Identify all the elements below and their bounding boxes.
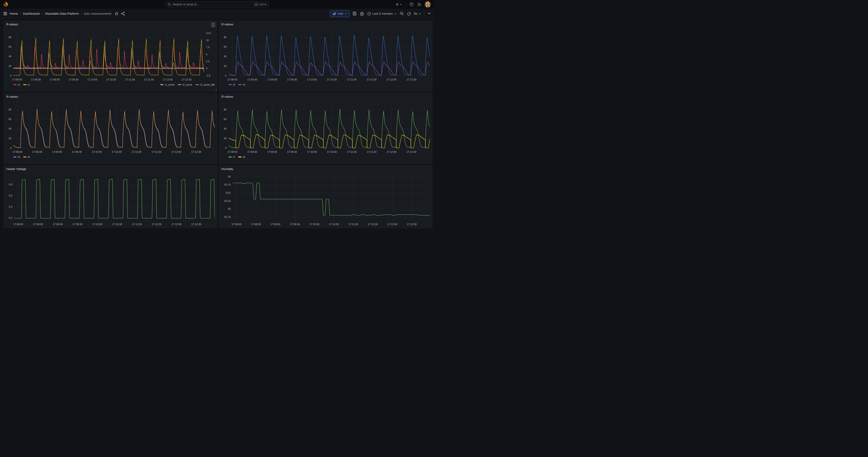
legend-label: r3	[233, 83, 235, 86]
help-button[interactable]	[410, 2, 413, 6]
y-axis-tick: 20	[219, 65, 227, 67]
user-avatar[interactable]	[425, 1, 431, 7]
panel-legend: humidity	[233, 228, 430, 228]
save-icon	[353, 12, 356, 16]
collapse-toolbar-button[interactable]	[428, 12, 431, 15]
legend-item-r1[interactable]: r1	[13, 83, 20, 86]
x-axis-tick: 17:08:30	[30, 150, 44, 153]
breadcrumb-home[interactable]: Home	[9, 12, 18, 16]
breadcrumb-dashboards[interactable]: Dashboards	[23, 12, 40, 16]
y-axis-tick: 0.2	[4, 216, 12, 219]
y-axis-tick: 80	[4, 108, 11, 111]
clock-icon	[367, 12, 371, 16]
refresh-button[interactable]	[407, 12, 411, 16]
chart-plot-area[interactable]	[233, 175, 430, 221]
favorite-button[interactable]	[115, 12, 119, 16]
panel-legend: r7r8	[228, 156, 430, 158]
zoom-out-button[interactable]	[400, 12, 404, 16]
x-axis-tick: 17:08:30	[30, 223, 45, 225]
legend-item-r5[interactable]: r5	[13, 156, 20, 158]
breadcrumb-separator: ›	[20, 12, 21, 16]
series-humidity	[233, 183, 430, 215]
legend-item-r1_score_lttb[interactable]: r1_score_lttb	[195, 83, 215, 86]
y-axis-tick: 40	[4, 127, 11, 130]
add-panel-icon	[333, 12, 336, 16]
x-axis-tick: 17:10:30	[324, 78, 339, 81]
legend-item-r8[interactable]: r8	[238, 156, 245, 158]
panel-title[interactable]: R-values	[221, 95, 234, 98]
x-axis-tick: 17:08:30	[248, 223, 264, 225]
x-axis-tick: 17:12:30	[189, 150, 204, 153]
panel-title[interactable]: R-values	[221, 23, 234, 26]
search-input[interactable]: Search or jump to... ctrl+k	[165, 1, 269, 7]
legend-label: r8	[243, 156, 245, 158]
chart-plot-area[interactable]	[13, 30, 204, 77]
y-axis-tick: 80	[219, 108, 227, 111]
x-axis-tick: 17:10:00	[305, 78, 319, 81]
x-axis-tick: 17:12:30	[404, 150, 419, 153]
chart-plot-area[interactable]	[228, 30, 430, 77]
chart-plot-area[interactable]	[14, 175, 215, 221]
refresh-interval-picker[interactable]: 5s	[414, 12, 421, 16]
x-axis-tick: 17:12:00	[384, 78, 399, 81]
panel-r-values-4: R-values 02040608017:08:0017:08:3017:09:…	[219, 93, 433, 164]
y-axis-tick: 20	[4, 137, 11, 140]
share-button[interactable]	[121, 12, 125, 16]
keyboard-icon	[254, 3, 258, 6]
y2-axis-tick: 7.5	[206, 46, 210, 49]
time-range-picker[interactable]: Last 5 minutes	[367, 12, 397, 16]
legend-label: r1_score_lttb	[200, 83, 215, 86]
search-icon	[167, 3, 171, 6]
panel-title[interactable]: Humidity	[221, 167, 234, 171]
legend-item-r7[interactable]: r7	[228, 156, 235, 158]
panel-title[interactable]: R-values	[6, 23, 18, 26]
x-axis-tick: 17:11:00	[344, 78, 359, 81]
save-dashboard-button[interactable]	[353, 12, 356, 16]
x-axis-tick: 17:11:30	[141, 78, 156, 81]
dashboard-settings-button[interactable]	[360, 12, 364, 16]
breadcrumb: Home › Dashboards › Stackable Data Platf…	[9, 12, 111, 16]
chart-plot-area[interactable]	[13, 102, 215, 149]
series-heatervoltage	[14, 179, 215, 218]
breadcrumb-folder[interactable]: Stackable Data Platform	[45, 12, 79, 16]
legend-swatch	[160, 84, 163, 85]
legend-item-r3[interactable]: r3	[228, 83, 235, 86]
panel-resize-handle[interactable]	[215, 89, 217, 91]
legend-item-humidity[interactable]: humidity	[233, 228, 247, 228]
toolbar-divider	[424, 11, 425, 16]
y-axis-tick: 20	[4, 65, 11, 67]
x-axis-tick: 17:10:30	[110, 223, 125, 225]
new-menu-button[interactable]	[395, 3, 402, 6]
y2-axis-tick: 5	[206, 53, 207, 56]
panel-title[interactable]: Heater Voltage	[6, 167, 26, 171]
x-axis-tick: 17:11:00	[129, 223, 144, 225]
series-r8	[228, 134, 430, 148]
legend-item-r2[interactable]: r2	[23, 83, 30, 86]
legend-item-heatervoltage[interactable]: heatervoltage	[14, 228, 34, 228]
x-axis-tick: 17:08:00	[11, 223, 26, 225]
panel-title[interactable]: R-values	[6, 95, 18, 98]
x-axis-tick: 17:12:00	[160, 78, 175, 81]
x-axis-tick: 17:09:30	[70, 223, 85, 225]
mega-menu-toggle[interactable]	[3, 12, 7, 16]
time-range-label: Last 5 minutes	[372, 12, 393, 16]
legend-item-r2_score[interactable]: r2_score	[178, 83, 192, 86]
x-axis-tick: 17:08:00	[225, 78, 240, 81]
x-axis-tick: 17:08:30	[245, 78, 260, 81]
legend-swatch	[13, 84, 17, 85]
legend-item-r6[interactable]: r6	[23, 156, 30, 158]
x-axis-tick: 17:12:00	[169, 150, 184, 153]
legend-label: r4	[243, 83, 245, 86]
news-button[interactable]	[417, 3, 421, 6]
panel-legend: r3r4	[228, 83, 430, 86]
panel-menu-button[interactable]	[210, 22, 216, 28]
x-axis-tick: 17:10:00	[307, 223, 322, 225]
legend-item-r1_score[interactable]: r1_score	[160, 83, 175, 86]
add-panel-button[interactable]: Add	[330, 10, 349, 17]
legend-item-r4[interactable]: r4	[238, 83, 245, 86]
x-axis-tick: 17:10:00	[85, 78, 100, 81]
x-axis-tick: 17:09:30	[69, 150, 84, 153]
grafana-logo[interactable]	[3, 1, 9, 7]
x-axis-tick: 17:10:30	[109, 150, 124, 153]
chart-plot-area[interactable]	[228, 102, 430, 149]
